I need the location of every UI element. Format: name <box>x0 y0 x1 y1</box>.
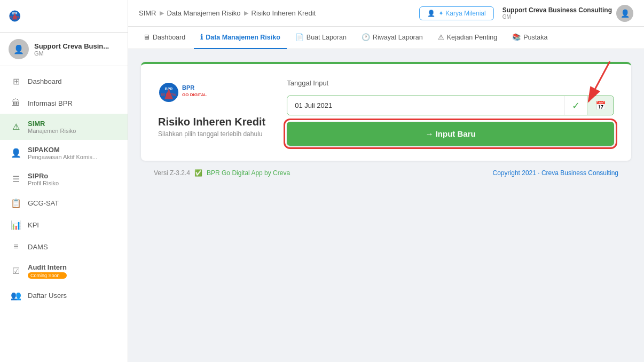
clipboard-icon: 📋 <box>11 198 21 208</box>
svg-text:BPR: BPR <box>182 84 194 91</box>
sidebar-user-role: GM <box>34 50 109 57</box>
sidebar-user-name: Support Creva Busin... <box>34 42 109 50</box>
topbar-user-name: Support Creva Business Consulting <box>502 6 612 14</box>
tab-data-manajemen-icon: ℹ <box>200 33 203 41</box>
date-check-icon: ✓ <box>564 96 587 115</box>
karya-icon: 👤 <box>427 10 435 17</box>
tab-buat-laporan-icon: 📄 <box>295 33 304 41</box>
main-content: SIMR ▶ Data Manajemen Risiko ▶ Risiko In… <box>128 0 644 362</box>
tab-pustaka[interactable]: 📚 Pustaka <box>506 27 554 49</box>
chart-icon: 📊 <box>11 220 21 230</box>
card-left: BPR GO DIGITAL BPR GO DIGITAL Risiko Inh… <box>158 79 265 138</box>
tab-riwayat-laporan[interactable]: 🕐 Riwayat Laporan <box>355 27 429 49</box>
warning-icon: ⚠ <box>11 122 21 132</box>
tab-dashboard-icon: 🖥 <box>143 33 150 41</box>
tab-kejadian-penting[interactable]: ⚠ Kejadian Penting <box>431 27 504 49</box>
sidebar-item-gcg-sat[interactable]: 📋 GCG-SAT <box>0 192 128 214</box>
karya-milenial-button[interactable]: 👤 ✦ Karya Milenial <box>419 6 494 20</box>
page-footer: Versi Z-3.2.4 ✅ BPR Go Digital App by Cr… <box>141 161 631 185</box>
tab-kejadian-penting-icon: ⚠ <box>438 33 444 41</box>
breadcrumb-simr: SIMR <box>139 9 156 17</box>
app-name-label: BPR Go Digital App by Creva <box>207 169 290 177</box>
sidebar-item-sipro[interactable]: ☰ SIPRo Profil Risiko <box>0 166 128 192</box>
list-icon: ☰ <box>11 174 21 184</box>
svg-text:GO DIGITAL: GO DIGITAL <box>182 92 207 97</box>
tab-data-manajemen[interactable]: ℹ Data Manajemen Risiko <box>194 27 287 49</box>
check-circle-icon: ✅ <box>194 169 202 177</box>
breadcrumb: SIMR ▶ Data Manajemen Risiko ▶ Risiko In… <box>139 9 316 17</box>
breadcrumb-sep-2: ▶ <box>244 10 248 17</box>
topbar-avatar: 👤 <box>616 5 633 22</box>
sidebar-item-audit-intern[interactable]: ☑ Audit Intern Coming Soon <box>0 257 128 285</box>
breadcrumb-current: Risiko Inheren Kredit <box>252 9 316 17</box>
dashboard-icon: ⊞ <box>11 76 21 86</box>
card-subtitle: Silahkan pilih tanggal terlebih dahulu <box>158 130 265 138</box>
tab-riwayat-laporan-icon: 🕐 <box>362 33 370 41</box>
tab-dashboard[interactable]: 🖥 Dashboard <box>137 27 192 49</box>
sidebar-item-daftar-users[interactable]: 👥 Daftar Users <box>0 285 128 306</box>
sidebar-item-kpi[interactable]: 📊 KPI <box>0 214 128 236</box>
sidebar-logo: BPR GO DIGITAL <box>0 0 128 33</box>
version-label: Versi Z-3.2.4 <box>154 169 190 177</box>
input-baru-button[interactable]: → Input Baru <box>287 122 614 146</box>
tanggal-label: Tanggal Input <box>287 79 614 87</box>
tab-pustaka-icon: 📚 <box>512 33 521 41</box>
topbar: SIMR ▶ Data Manajemen Risiko ▶ Risiko In… <box>128 0 644 27</box>
date-calendar-icon[interactable]: 📅 <box>587 96 614 115</box>
card-logo: BPR GO DIGITAL BPR GO DIGITAL <box>158 79 265 107</box>
breadcrumb-data-manajemen: Data Manajemen Risiko <box>167 9 241 17</box>
coming-soon-badge: Coming Soon <box>28 272 67 279</box>
sidebar-nav: ⊞ Dashboard 🏛 Informasi BPR ⚠ SIMR Manaj… <box>0 66 128 362</box>
breadcrumb-sep-1: ▶ <box>160 10 164 17</box>
sidebar: BPR GO DIGITAL 👤 Support Creva Busin... … <box>0 0 128 362</box>
people-icon: 👥 <box>11 290 21 301</box>
date-input[interactable] <box>287 96 564 115</box>
topbar-user-role: GM <box>502 14 612 20</box>
bank-icon: 🏛 <box>11 98 21 108</box>
person-icon: 👤 <box>11 148 21 158</box>
date-row: ✓ 📅 <box>287 96 614 115</box>
lines-icon: ≡ <box>11 242 21 251</box>
sidebar-item-sipakom[interactable]: 👤 SIPAKOM Pengawasan Aktif Komis... <box>0 140 128 166</box>
tab-buat-laporan[interactable]: 📄 Buat Laporan <box>289 27 353 49</box>
sidebar-item-dashboard[interactable]: ⊞ Dashboard <box>0 70 128 92</box>
copyright-label: Copyright 2021 · Creva Business Consulti… <box>493 169 618 177</box>
card-title: Risiko Inheren Kredit <box>158 116 265 128</box>
risiko-inheren-card: BPR GO DIGITAL BPR GO DIGITAL Risiko Inh… <box>141 62 631 161</box>
sidebar-item-simr[interactable]: ⚠ SIMR Manajemen Risiko <box>0 114 128 140</box>
checkbox-icon: ☑ <box>11 266 21 276</box>
sidebar-item-dams[interactable]: ≡ DAMS <box>0 236 128 257</box>
sidebar-user: 👤 Support Creva Busin... GM <box>0 33 128 66</box>
nav-tabs: 🖥 Dashboard ℹ Data Manajemen Risiko 📄 Bu… <box>128 27 644 49</box>
card-right: Tanggal Input ✓ 📅 → Input Baru <box>287 79 614 146</box>
page-content: BPR GO DIGITAL BPR GO DIGITAL Risiko Inh… <box>128 49 644 362</box>
sidebar-avatar: 👤 <box>9 39 29 59</box>
sidebar-item-informasi-bpr[interactable]: 🏛 Informasi BPR <box>0 92 128 114</box>
